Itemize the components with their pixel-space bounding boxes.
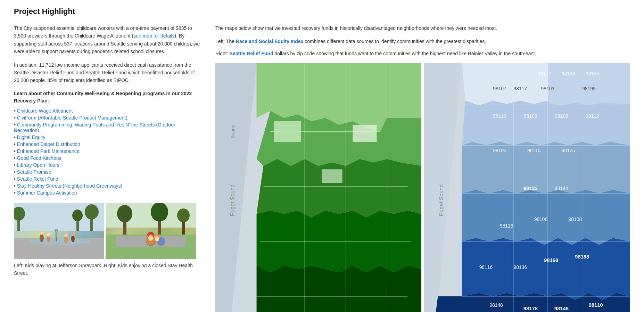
svg-text:98146: 98146 xyxy=(554,306,569,311)
enhanced-diaper-link[interactable]: Enhanced Diaper Distribution xyxy=(17,141,80,147)
main-layout: The City supported essential childcare w… xyxy=(14,24,630,312)
good-food-link[interactable]: Good Food Kitchens xyxy=(17,155,61,161)
svg-text:98102: 98102 xyxy=(555,113,568,119)
civiform-link[interactable]: CiviForm (Affordable Seattle Product Man… xyxy=(17,115,127,121)
map-right-prefix: Right: xyxy=(215,51,229,56)
svg-text:98178: 98178 xyxy=(523,306,538,311)
map-left-prefix: Left: The xyxy=(215,39,236,44)
svg-text:98110: 98110 xyxy=(589,302,603,308)
svg-rect-42 xyxy=(353,125,377,142)
svg-text:98177: 98177 xyxy=(538,71,551,76)
svg-point-12 xyxy=(40,231,43,235)
svg-point-2 xyxy=(28,238,90,245)
svg-text:98105: 98105 xyxy=(493,148,506,153)
svg-point-35 xyxy=(148,235,153,241)
para2: In addition, 11,712 low-income applicant… xyxy=(14,61,201,84)
list-item: Library Open Hours xyxy=(14,162,201,169)
enhanced-park-link[interactable]: Enhanced Park Maintenance xyxy=(17,148,80,154)
list-item: Enhanced Diaper Distribution xyxy=(14,141,201,148)
street-scene-image xyxy=(106,203,196,259)
svg-rect-43 xyxy=(322,170,342,183)
seattle-relief-link[interactable]: Seattle Relief Fund xyxy=(17,176,58,182)
image-container xyxy=(14,203,201,259)
list-item: Summer Campus Activation xyxy=(14,189,201,196)
digital-equity-link[interactable]: Digital Equity xyxy=(17,134,46,140)
list-item: Seattle Relief Fund xyxy=(14,175,201,182)
library-hours-link[interactable]: Library Open Hours xyxy=(17,162,59,168)
maps-container: Puget Sound Sound Racial and Social Equi… xyxy=(215,63,630,312)
svg-text:Puget Sound: Puget Sound xyxy=(230,184,236,216)
svg-text:98168: 98168 xyxy=(544,257,558,263)
left-column: The City supported essential childcare w… xyxy=(14,24,201,283)
map-right-suffix: dollars by zip code showing that funds w… xyxy=(273,51,536,56)
map-text-left: Left: The Race and Social Equity Index c… xyxy=(215,38,630,45)
stay-healthy-link[interactable]: Stay Healthy Streets (Neighborhood Green… xyxy=(17,183,122,189)
list-item: Childcare Wage Allotment xyxy=(14,107,201,114)
svg-point-8 xyxy=(72,210,83,221)
list-item: Seattle Promise xyxy=(14,169,201,175)
race-equity-link-text: Race and Social Equity Index xyxy=(236,39,304,44)
page-title: Project Highlight xyxy=(14,7,630,16)
svg-point-26 xyxy=(117,205,132,222)
svg-text:98199: 98199 xyxy=(582,86,596,91)
summer-campus-link[interactable]: Summer Campus Activation xyxy=(17,190,77,196)
right-column: The maps below show that we invested rec… xyxy=(215,24,630,312)
programs-intro: Learn about other Community Well-Being &… xyxy=(14,90,201,105)
map-left-suffix: combines different data sources to ident… xyxy=(303,39,486,44)
svg-text:98106: 98106 xyxy=(534,216,548,222)
map-text-right: Right: Seattle Relief Fund dollars by zi… xyxy=(215,50,630,57)
svg-text:98109: 98109 xyxy=(524,113,537,119)
svg-point-30 xyxy=(177,208,190,222)
list-item: CiviForm (Affordable Seattle Product Man… xyxy=(14,114,201,121)
image-caption: Left: Kids playing at Jefferson Spraypar… xyxy=(14,262,201,277)
childcare-wage-link[interactable]: Childcare Wage Allotment xyxy=(17,108,73,114)
right-intro: The maps below show that we invested rec… xyxy=(215,24,630,32)
svg-text:98136: 98136 xyxy=(514,264,527,270)
svg-point-11 xyxy=(40,234,44,242)
programs-list: Childcare Wage Allotment CiviForm (Affor… xyxy=(14,107,201,196)
svg-text:98108: 98108 xyxy=(569,216,582,222)
relief-map-wrapper: 98155 98133 98177 98117 98107 98103 9819… xyxy=(424,63,630,312)
race-equity-link[interactable]: Race and Social Equity Index xyxy=(236,39,304,44)
svg-point-16 xyxy=(64,233,68,237)
svg-text:98115: 98115 xyxy=(527,148,541,153)
svg-text:98148: 98148 xyxy=(489,302,503,308)
seattle-relief-map-link[interactable]: Seattle Relief Fund xyxy=(229,51,273,56)
equity-map-wrapper: Puget Sound Sound Racial and Social Equi… xyxy=(215,63,421,312)
splash-park-image xyxy=(14,203,104,259)
list-item: Enhanced Park Maintenance xyxy=(14,148,201,155)
para1: The City supported essential childcare w… xyxy=(14,24,201,56)
svg-text:98125: 98125 xyxy=(562,148,575,153)
map-details-link[interactable]: see map for details xyxy=(133,33,174,39)
svg-text:98155: 98155 xyxy=(586,71,599,76)
list-item: Community Programming: Wading Pools and … xyxy=(14,121,201,134)
svg-text:Puget Sound: Puget Sound xyxy=(438,184,444,216)
svg-rect-41 xyxy=(274,121,301,142)
equity-map: Puget Sound Sound xyxy=(215,63,421,312)
svg-text:98122: 98122 xyxy=(523,186,538,191)
seattle-relief-map-link-text: Seattle Relief Fund xyxy=(229,51,273,56)
seattle-promise-link[interactable]: Seattle Promise xyxy=(17,169,51,175)
list-item: Good Food Kitchens xyxy=(14,155,201,162)
list-item: Digital Equity xyxy=(14,134,201,141)
svg-text:98133: 98133 xyxy=(562,71,575,76)
svg-point-39 xyxy=(155,237,159,241)
svg-text:98116: 98116 xyxy=(479,264,493,270)
svg-text:98118: 98118 xyxy=(500,223,513,229)
community-programming-link[interactable]: Community Programming: Wading Pools and … xyxy=(14,122,175,133)
svg-text:98112: 98112 xyxy=(586,113,599,119)
relief-map: 98155 98133 98177 98117 98107 98103 9819… xyxy=(424,63,630,312)
svg-point-6 xyxy=(85,204,99,220)
svg-text:98107: 98107 xyxy=(493,86,506,91)
programs-section: Learn about other Community Well-Being &… xyxy=(14,90,201,196)
list-item: Stay Healthy Streets (Neighborhood Green… xyxy=(14,182,201,189)
svg-text:Sound: Sound xyxy=(230,125,236,139)
svg-text:98144: 98144 xyxy=(555,186,568,191)
svg-text:98117: 98117 xyxy=(514,86,527,91)
svg-point-15 xyxy=(64,236,68,244)
svg-text:98119: 98119 xyxy=(493,113,506,119)
svg-point-18 xyxy=(71,233,75,236)
